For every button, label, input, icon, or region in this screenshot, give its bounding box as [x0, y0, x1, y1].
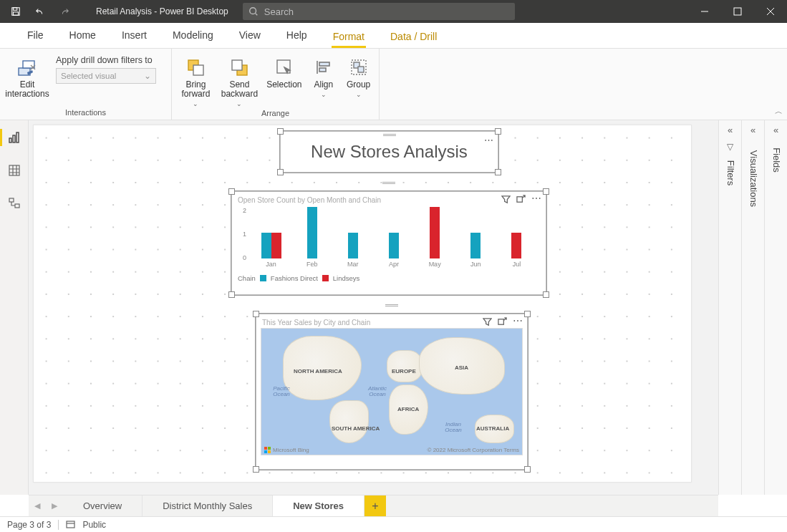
svg-rect-22: [15, 204, 19, 208]
svg-rect-26: [268, 447, 271, 450]
focus-mode-icon[interactable]: [498, 317, 507, 327]
svg-rect-12: [319, 62, 329, 66]
edit-interactions-button[interactable]: Edit interactions: [7, 52, 47, 99]
close-button[interactable]: [754, 0, 787, 23]
save-icon[interactable]: [4, 1, 27, 21]
menu-home[interactable]: Home: [57, 22, 109, 48]
group-icon: [347, 56, 370, 79]
resize-handle[interactable]: [495, 169, 501, 175]
menu-help[interactable]: Help: [274, 22, 320, 48]
map-terms[interactable]: © 2022 Microsoft Corporation Terms: [428, 447, 519, 453]
filter-icon[interactable]: [501, 195, 511, 204]
bar[interactable]: [271, 233, 281, 258]
tab-next-button[interactable]: ▶: [46, 495, 63, 516]
x-tick-label: Feb: [291, 261, 332, 268]
page-tab-district[interactable]: District Monthly Sales: [143, 495, 273, 516]
expand-icon[interactable]: «: [765, 125, 787, 135]
visualizations-pane[interactable]: « Visualizations: [741, 120, 764, 495]
title-textbox-visual[interactable]: ⋯ New Stores Analysis: [280, 131, 498, 173]
svg-rect-24: [498, 319, 503, 324]
redo-icon[interactable]: [53, 1, 76, 21]
sensitivity-label: Public: [82, 520, 106, 530]
report-view-button[interactable]: [0, 127, 29, 147]
resize-handle[interactable]: [228, 291, 235, 298]
resize-handle[interactable]: [228, 188, 235, 195]
maximize-button[interactable]: [721, 0, 754, 23]
filter-icon[interactable]: [483, 317, 492, 327]
selection-button[interactable]: Selection: [266, 52, 301, 90]
fields-pane[interactable]: « Fields: [764, 120, 787, 495]
page-tabs: ◀ ▶ Overview District Monthly Sales New …: [29, 495, 718, 516]
bar[interactable]: [307, 207, 317, 258]
expand-icon[interactable]: «: [742, 125, 764, 135]
bar-chart-visual[interactable]: ⋯ Open Store Count by Open Month and Cha…: [231, 191, 546, 295]
focus-mode-icon[interactable]: [516, 195, 526, 204]
edit-interactions-icon: [16, 56, 39, 79]
menu-insert[interactable]: Insert: [109, 22, 160, 48]
svg-rect-1: [14, 8, 17, 11]
send-backward-icon: [228, 56, 251, 79]
filters-pane[interactable]: « ▽ Filters: [718, 120, 741, 495]
menu-data-drill[interactable]: Data / Drill: [377, 22, 450, 48]
menu-view[interactable]: View: [226, 22, 274, 48]
resize-handle[interactable]: [253, 466, 259, 473]
menu-format[interactable]: Format: [320, 22, 377, 48]
svg-rect-17: [9, 138, 11, 142]
drill-down-select[interactable]: Selected visual⌄: [56, 68, 156, 84]
drill-down-label: Apply drill down filters to: [56, 55, 153, 65]
page-tab-newstores[interactable]: New Stores: [273, 495, 364, 516]
resize-handle[interactable]: [277, 169, 284, 175]
map-area[interactable]: NORTH AMERICA SOUTH AMERICA EUROPE AFRIC…: [261, 328, 523, 455]
ribbon-collapse-button[interactable]: ︿: [775, 106, 783, 117]
search-box[interactable]: Search: [243, 3, 515, 20]
report-canvas[interactable]: ⋯ New Stores Analysis ⋯ Open Store Count…: [33, 125, 692, 483]
more-options-icon[interactable]: ⋯: [531, 195, 541, 204]
bar[interactable]: [389, 233, 399, 258]
align-button[interactable]: Align⌄: [311, 52, 337, 99]
view-switcher: [0, 120, 29, 495]
x-tick-label: Jan: [251, 261, 291, 268]
add-page-button[interactable]: +: [364, 495, 386, 516]
menu-file[interactable]: File: [14, 22, 57, 48]
data-view-button[interactable]: [0, 160, 29, 180]
bring-forward-button[interactable]: Bring forward ⌄: [179, 52, 213, 109]
svg-rect-13: [319, 68, 326, 72]
drag-handle-icon[interactable]: [383, 134, 396, 136]
map-credit: Microsoft Bing: [264, 447, 309, 453]
bar[interactable]: [348, 233, 358, 258]
bar[interactable]: [430, 207, 440, 258]
map-visual[interactable]: ⋯ This Year Sales by City and Chain NORT…: [256, 314, 528, 470]
resize-handle[interactable]: [495, 128, 501, 135]
model-view-button[interactable]: [0, 193, 29, 213]
bar[interactable]: [470, 233, 481, 258]
send-backward-button[interactable]: Send backward ⌄: [221, 52, 258, 109]
svg-rect-27: [264, 450, 267, 453]
resize-handle[interactable]: [543, 188, 549, 195]
svg-point-3: [250, 8, 256, 14]
menu-bar: File Home Insert Modeling View Help Form…: [0, 23, 787, 49]
minimize-button[interactable]: [688, 0, 721, 23]
ribbon-group-arrange: Arrange: [179, 109, 372, 119]
expand-icon[interactable]: «: [719, 125, 741, 135]
resize-handle[interactable]: [543, 291, 549, 298]
title-text: New Stores Analysis: [311, 142, 468, 162]
tab-prev-button[interactable]: ◀: [29, 495, 46, 516]
drag-handle-icon[interactable]: [382, 182, 395, 184]
bring-forward-icon: [184, 56, 207, 79]
resize-handle[interactable]: [524, 311, 531, 317]
bar[interactable]: [511, 233, 521, 258]
more-options-icon[interactable]: ⋯: [484, 135, 493, 145]
svg-rect-19: [16, 132, 19, 142]
resize-handle[interactable]: [277, 128, 284, 135]
page-tab-overview[interactable]: Overview: [63, 495, 143, 516]
resize-handle[interactable]: [524, 466, 531, 473]
ribbon: Edit interactions Apply drill down filte…: [0, 49, 787, 120]
canvas-scroll[interactable]: ⋯ New Stores Analysis ⋯ Open Store Count…: [29, 120, 718, 495]
drag-handle-icon[interactable]: [385, 304, 398, 306]
undo-icon[interactable]: [29, 1, 52, 21]
bar[interactable]: [261, 233, 271, 258]
menu-modeling[interactable]: Modeling: [160, 22, 226, 48]
resize-handle[interactable]: [253, 311, 259, 317]
group-button[interactable]: Group⌄: [345, 52, 372, 99]
more-options-icon[interactable]: ⋯: [513, 317, 523, 327]
